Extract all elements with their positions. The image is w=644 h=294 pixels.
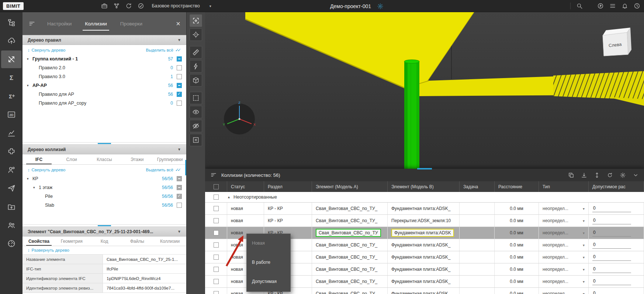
app-logo[interactable]: BIMIT [3, 2, 24, 10]
caret-down-icon[interactable]: ▾ [27, 57, 32, 61]
tree-item[interactable]: Pile 56/56 [22, 192, 186, 201]
collapse-tree-link[interactable]: ↕Свернуть дерево [28, 168, 65, 172]
panel-menu-icon[interactable] [28, 20, 35, 27]
element-tab-4[interactable]: Файлы [121, 237, 153, 246]
team-network-button[interactable] [113, 3, 120, 9]
duplicate-button[interactable] [568, 172, 574, 178]
select-all-checkbox[interactable] [214, 184, 219, 189]
tree-item[interactable]: Правило для АР 56 [22, 90, 186, 99]
row-checkbox[interactable] [214, 230, 219, 235]
element-tab-3[interactable]: Код [88, 237, 121, 246]
context-menu-item[interactable]: Допустимая [247, 277, 290, 286]
publish-cloud-button[interactable] [1, 32, 21, 50]
select-area-button[interactable] [190, 92, 202, 104]
caret-down-icon[interactable]: ▾ [27, 84, 32, 87]
row-checkbox[interactable] [214, 267, 219, 272]
plugins-puzzle-button[interactable] [1, 143, 21, 160]
tree-item-checkbox[interactable] [177, 185, 182, 190]
table-menu-icon[interactable] [210, 172, 217, 178]
tree-item-checkbox[interactable] [177, 92, 182, 97]
section-lightning-button[interactable] [190, 60, 202, 73]
charts-button[interactable] [1, 124, 21, 142]
drawings-2d-button[interactable]: 2D [1, 106, 21, 123]
type-dropdown[interactable]: неопредел...▾ [539, 251, 589, 263]
collision-row[interactable]: новая КР - КР Свая_Винтовая_СВС_по_ТУ_ П… [205, 215, 644, 227]
collision-tree-tab-1[interactable]: IFC [22, 154, 55, 164]
allowed-distance-field[interactable]: 0 [589, 203, 644, 214]
panel-tab-2[interactable]: Коллизии [83, 12, 109, 35]
tree-item[interactable]: ▾ 1 этаж 56/56 [22, 183, 186, 192]
row-checkbox[interactable] [214, 206, 219, 211]
element-tab-1[interactable]: Свойства [22, 237, 55, 246]
select-all-link[interactable]: Выделить всё✓✓ [146, 167, 181, 172]
type-dropdown[interactable]: неопредел...▾ [539, 288, 589, 294]
navigate-button[interactable] [597, 3, 604, 9]
hide-eye-button[interactable] [190, 120, 202, 132]
history-clock-button[interactable] [634, 3, 640, 9]
collapse-group-icon[interactable]: ▲ [227, 195, 231, 199]
expand-tree-link[interactable]: ↕Развернуть дерево [28, 248, 69, 252]
column-header-3[interactable]: Элемент (Модель A) [312, 181, 388, 192]
type-dropdown[interactable]: неопредел...▾ [539, 263, 589, 275]
structure-tree-button[interactable] [1, 14, 21, 31]
tree-item-checkbox[interactable] [177, 83, 182, 88]
element-tab-5[interactable]: Коллизии [153, 237, 186, 246]
section-resize-handle[interactable] [22, 224, 186, 227]
clash-detection-button[interactable] [1, 50, 21, 68]
tree-item-checkbox[interactable] [177, 74, 182, 79]
context-menu-item[interactable]: В работе [247, 258, 290, 266]
fit-width-button[interactable] [581, 172, 587, 178]
search-button[interactable] [576, 3, 583, 9]
pile-element[interactable] [404, 60, 419, 169]
panel-tab-3[interactable]: Проверки [118, 12, 145, 35]
collaboration-users-button[interactable] [1, 216, 21, 234]
share-send-button[interactable] [1, 179, 21, 197]
dashboard-gauge-button[interactable] [1, 235, 21, 252]
tree-item[interactable]: ▾ АР-АР 56 [22, 81, 186, 90]
type-dropdown[interactable]: неопредел...▾ [539, 203, 589, 214]
measure-button[interactable] [190, 46, 202, 59]
project-settings-button[interactable] [377, 3, 384, 10]
collision-tree-tab-5[interactable]: Группировки [153, 154, 186, 164]
tree-item-checkbox[interactable] [177, 176, 182, 181]
allowed-distance-field[interactable]: 0 [589, 263, 644, 275]
property-value[interactable]: 1pDNIP7SL6deD_RinxWcz4 [103, 274, 186, 283]
type-dropdown[interactable]: неопредел...▾ [539, 276, 589, 287]
tree-item[interactable]: ▾ КР 56/56 [22, 174, 186, 183]
column-header-8[interactable]: Допустимое рас [589, 181, 644, 192]
settings-gear-button[interactable] [620, 172, 626, 178]
group-row[interactable]: ▲Неотсортированные [205, 192, 644, 203]
group-checkbox[interactable] [214, 195, 219, 200]
type-dropdown[interactable]: неопредел...▾ [539, 227, 589, 239]
allowed-distance-field[interactable]: 0 [589, 288, 644, 294]
notifications-bell-button[interactable] [622, 3, 628, 9]
column-header-2[interactable]: Раздел [264, 181, 312, 192]
column-header-1[interactable]: Статус [227, 181, 264, 192]
row-height-button[interactable] [594, 172, 600, 178]
tree-item[interactable]: Правило 3.0 1 [22, 72, 186, 81]
property-value[interactable]: Свая_Винтовая_СВС_по_ТУ_25-1... [103, 255, 186, 264]
element-tab-2[interactable]: Геометрия [55, 237, 88, 246]
checks-sigma-button[interactable]: Σ [1, 69, 21, 87]
tree-item-checkbox[interactable] [177, 65, 182, 70]
allowed-distance-field[interactable]: 0 [589, 251, 644, 263]
column-header-5[interactable]: Задача [460, 181, 495, 192]
export-model-button[interactable] [1, 198, 21, 216]
close-panel-button[interactable]: × [176, 20, 180, 27]
show-eye-button[interactable] [190, 106, 202, 118]
type-dropdown[interactable]: неопредел...▾ [539, 239, 589, 251]
projects-case-button[interactable] [101, 3, 108, 9]
panel-drag-handle[interactable] [417, 168, 432, 169]
list-menu-button[interactable] [609, 3, 616, 9]
collision-row[interactable]: новая КР - КР Свая_Винтовая_СВС_по_ТУ_ Ф… [205, 203, 644, 215]
property-value[interactable]: 7841ca93-4bfd-4ffd-900f-da109e7... [103, 283, 186, 293]
allowed-distance-field[interactable]: 0 [589, 215, 644, 227]
3d-viewport[interactable]: Z X Y Слева Коллизии (количество: 56) Ст… [205, 12, 644, 294]
collision-tree-tab-2[interactable]: Слои [55, 154, 88, 164]
collapse-section-icon[interactable]: ▼ [174, 230, 181, 234]
isolate-box-button[interactable] [190, 134, 202, 146]
type-dropdown[interactable]: неопредел...▾ [539, 215, 589, 227]
section-box-button[interactable] [190, 74, 202, 87]
tree-item[interactable]: ▾ Группа коллизий - 1 57 [22, 55, 186, 63]
tree-item[interactable]: Правило для АР_copy 0 [22, 99, 186, 108]
